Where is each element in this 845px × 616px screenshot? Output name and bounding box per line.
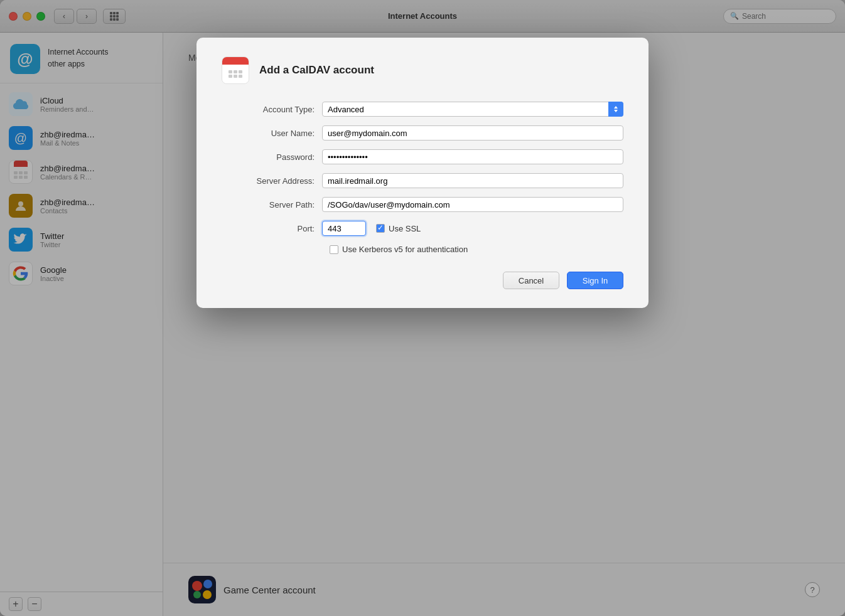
password-label: Password: xyxy=(222,152,322,162)
port-input[interactable] xyxy=(322,221,366,236)
caldav-icon xyxy=(222,56,249,84)
account-type-select[interactable]: Advanced xyxy=(322,102,623,117)
modal-overlay: Add a CalDAV account Account Type: Advan… xyxy=(0,0,845,616)
server-path-row: Server Path: xyxy=(222,197,623,212)
cal-icon-body xyxy=(222,65,249,83)
ssl-checkbox[interactable] xyxy=(376,224,385,233)
cal-dot xyxy=(229,70,232,73)
cancel-button[interactable]: Cancel xyxy=(503,272,559,289)
cal-dot xyxy=(234,70,237,73)
port-ssl-row: Port: Use SSL xyxy=(222,221,623,236)
ssl-group: Use SSL xyxy=(376,224,421,233)
ssl-label: Use SSL xyxy=(389,224,421,233)
kerberos-checkbox[interactable] xyxy=(330,245,338,254)
main-window: ‹ › Internet Accounts 🔍 xyxy=(0,0,845,616)
cal-dot xyxy=(229,75,232,78)
modal-title: Add a CalDAV account xyxy=(259,64,374,77)
cal-icon-grid xyxy=(229,70,242,78)
port-label: Port: xyxy=(222,224,322,233)
server-path-label: Server Path: xyxy=(222,200,322,210)
server-path-input[interactable] xyxy=(322,197,623,212)
cal-dot xyxy=(234,75,237,78)
account-type-label: Account Type: xyxy=(222,105,322,114)
cal-dot xyxy=(239,75,242,78)
server-address-label: Server Address: xyxy=(222,176,322,186)
modal-buttons: Cancel Sign In xyxy=(222,272,623,289)
server-address-input[interactable] xyxy=(322,173,623,188)
kerberos-label: Use Kerberos v5 for authentication xyxy=(342,245,468,254)
signin-button[interactable]: Sign In xyxy=(567,272,623,289)
password-row: Password: xyxy=(222,149,623,164)
account-type-select-wrap[interactable]: Advanced xyxy=(322,102,623,117)
password-input[interactable] xyxy=(322,149,623,164)
modal-header: Add a CalDAV account xyxy=(222,56,623,84)
username-input[interactable] xyxy=(322,125,623,141)
caldav-modal: Add a CalDAV account Account Type: Advan… xyxy=(196,38,649,308)
username-label: User Name: xyxy=(222,129,322,138)
account-type-row: Account Type: Advanced xyxy=(222,102,623,117)
cal-icon-top xyxy=(222,57,249,65)
cal-dot xyxy=(239,70,242,73)
server-address-row: Server Address: xyxy=(222,173,623,188)
kerberos-row: Use Kerberos v5 for authentication xyxy=(222,245,623,254)
username-row: User Name: xyxy=(222,125,623,141)
